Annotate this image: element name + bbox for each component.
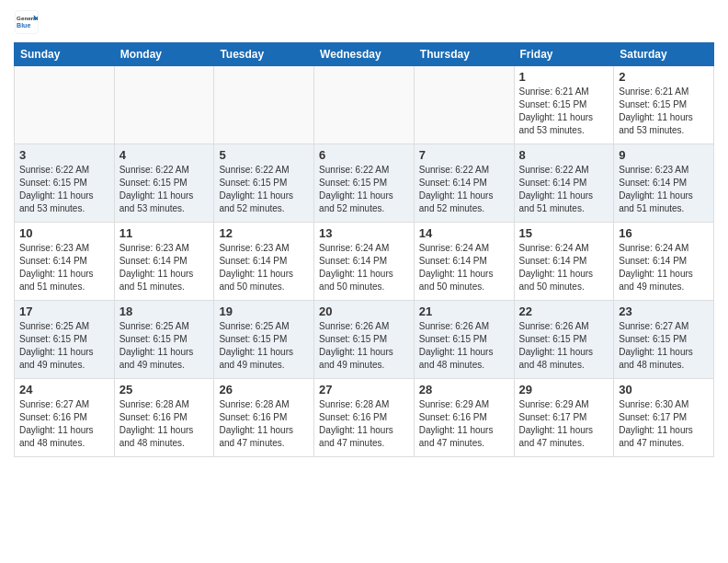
day-cell-4: 4Sunrise: 6:22 AMSunset: 6:15 PMDaylight… — [114, 144, 214, 223]
day-info-10: Sunrise: 6:23 AMSunset: 6:14 PMDaylight:… — [19, 242, 109, 293]
day-info-16: Sunrise: 6:24 AMSunset: 6:14 PMDaylight:… — [619, 242, 709, 293]
weekday-header-saturday: Saturday — [614, 43, 714, 66]
day-cell-3: 3Sunrise: 6:22 AMSunset: 6:15 PMDaylight… — [15, 144, 115, 223]
day-number-25: 25 — [119, 383, 210, 396]
day-info-25: Sunrise: 6:28 AMSunset: 6:16 PMDaylight:… — [119, 398, 210, 450]
day-info-17: Sunrise: 6:25 AMSunset: 6:15 PMDaylight:… — [19, 320, 109, 372]
header: General Blue — [14, 9, 714, 35]
day-info-13: Sunrise: 6:24 AMSunset: 6:14 PMDaylight:… — [319, 242, 409, 293]
svg-text:Blue: Blue — [17, 22, 30, 29]
day-info-27: Sunrise: 6:28 AMSunset: 6:16 PMDaylight:… — [319, 398, 409, 450]
day-number-20: 20 — [319, 304, 409, 318]
day-cell-8: 8Sunrise: 6:22 AMSunset: 6:14 PMDaylight… — [514, 144, 614, 223]
day-cell-7: 7Sunrise: 6:22 AMSunset: 6:14 PMDaylight… — [414, 144, 514, 223]
empty-cell — [414, 66, 514, 144]
day-cell-29: 29Sunrise: 6:29 AMSunset: 6:17 PMDayligh… — [514, 379, 614, 457]
day-number-15: 15 — [519, 226, 609, 240]
day-cell-17: 17Sunrise: 6:25 AMSunset: 6:15 PMDayligh… — [15, 301, 115, 379]
day-number-14: 14 — [419, 226, 509, 240]
day-number-4: 4 — [119, 148, 210, 162]
calendar-header: SundayMondayTuesdayWednesdayThursdayFrid… — [15, 43, 714, 66]
day-number-27: 27 — [319, 383, 409, 396]
day-cell-10: 10Sunrise: 6:23 AMSunset: 6:14 PMDayligh… — [15, 223, 115, 301]
calendar-table: SundayMondayTuesdayWednesdayThursdayFrid… — [14, 42, 714, 457]
day-info-30: Sunrise: 6:30 AMSunset: 6:17 PMDaylight:… — [619, 398, 709, 450]
day-number-3: 3 — [19, 148, 109, 162]
day-number-30: 30 — [619, 383, 709, 396]
weekday-header-wednesday: Wednesday — [314, 43, 415, 66]
day-cell-20: 20Sunrise: 6:26 AMSunset: 6:15 PMDayligh… — [314, 301, 415, 379]
day-cell-19: 19Sunrise: 6:25 AMSunset: 6:15 PMDayligh… — [214, 301, 314, 379]
day-number-26: 26 — [219, 383, 309, 396]
week-row-5: 24Sunrise: 6:27 AMSunset: 6:16 PMDayligh… — [15, 379, 714, 457]
day-cell-11: 11Sunrise: 6:23 AMSunset: 6:14 PMDayligh… — [114, 223, 214, 301]
day-number-16: 16 — [619, 226, 709, 240]
day-info-3: Sunrise: 6:22 AMSunset: 6:15 PMDaylight:… — [19, 164, 109, 215]
day-info-5: Sunrise: 6:22 AMSunset: 6:15 PMDaylight:… — [219, 164, 309, 215]
day-cell-16: 16Sunrise: 6:24 AMSunset: 6:14 PMDayligh… — [614, 223, 714, 301]
day-number-11: 11 — [119, 226, 210, 240]
day-number-17: 17 — [19, 304, 109, 318]
day-number-8: 8 — [519, 148, 609, 162]
day-info-19: Sunrise: 6:25 AMSunset: 6:15 PMDaylight:… — [219, 320, 309, 372]
day-info-11: Sunrise: 6:23 AMSunset: 6:14 PMDaylight:… — [119, 242, 210, 293]
day-cell-21: 21Sunrise: 6:26 AMSunset: 6:15 PMDayligh… — [414, 301, 514, 379]
day-info-1: Sunrise: 6:21 AMSunset: 6:15 PMDaylight:… — [519, 86, 609, 137]
empty-cell — [15, 66, 115, 144]
day-cell-5: 5Sunrise: 6:22 AMSunset: 6:15 PMDaylight… — [214, 144, 314, 223]
day-info-20: Sunrise: 6:26 AMSunset: 6:15 PMDaylight:… — [319, 320, 409, 372]
day-cell-30: 30Sunrise: 6:30 AMSunset: 6:17 PMDayligh… — [614, 379, 714, 457]
day-cell-6: 6Sunrise: 6:22 AMSunset: 6:15 PMDaylight… — [314, 144, 415, 223]
day-cell-13: 13Sunrise: 6:24 AMSunset: 6:14 PMDayligh… — [314, 223, 415, 301]
day-number-7: 7 — [419, 148, 509, 162]
day-cell-18: 18Sunrise: 6:25 AMSunset: 6:15 PMDayligh… — [114, 301, 214, 379]
day-number-12: 12 — [219, 226, 309, 240]
day-number-22: 22 — [519, 304, 609, 318]
weekday-header-thursday: Thursday — [414, 43, 514, 66]
day-cell-15: 15Sunrise: 6:24 AMSunset: 6:14 PMDayligh… — [514, 223, 614, 301]
day-info-22: Sunrise: 6:26 AMSunset: 6:15 PMDaylight:… — [519, 320, 609, 372]
weekday-header-row: SundayMondayTuesdayWednesdayThursdayFrid… — [15, 43, 714, 66]
day-info-23: Sunrise: 6:27 AMSunset: 6:15 PMDaylight:… — [619, 320, 709, 372]
day-number-13: 13 — [319, 226, 409, 240]
logo: General Blue — [14, 9, 43, 35]
weekday-header-tuesday: Tuesday — [214, 43, 314, 66]
week-row-4: 17Sunrise: 6:25 AMSunset: 6:15 PMDayligh… — [15, 301, 714, 379]
day-cell-27: 27Sunrise: 6:28 AMSunset: 6:16 PMDayligh… — [314, 379, 415, 457]
day-cell-28: 28Sunrise: 6:29 AMSunset: 6:16 PMDayligh… — [414, 379, 514, 457]
day-cell-1: 1Sunrise: 6:21 AMSunset: 6:15 PMDaylight… — [514, 66, 614, 144]
week-row-3: 10Sunrise: 6:23 AMSunset: 6:14 PMDayligh… — [15, 223, 714, 301]
day-number-29: 29 — [519, 383, 609, 396]
day-info-18: Sunrise: 6:25 AMSunset: 6:15 PMDaylight:… — [119, 320, 210, 372]
day-info-6: Sunrise: 6:22 AMSunset: 6:15 PMDaylight:… — [319, 164, 409, 215]
day-info-8: Sunrise: 6:22 AMSunset: 6:14 PMDaylight:… — [519, 164, 609, 215]
empty-cell — [114, 66, 214, 144]
day-number-5: 5 — [219, 148, 309, 162]
weekday-header-monday: Monday — [114, 43, 214, 66]
day-info-28: Sunrise: 6:29 AMSunset: 6:16 PMDaylight:… — [419, 398, 509, 450]
day-info-9: Sunrise: 6:23 AMSunset: 6:14 PMDaylight:… — [619, 164, 709, 215]
day-info-15: Sunrise: 6:24 AMSunset: 6:14 PMDaylight:… — [519, 242, 609, 293]
day-number-28: 28 — [419, 383, 509, 396]
day-info-14: Sunrise: 6:24 AMSunset: 6:14 PMDaylight:… — [419, 242, 509, 293]
day-number-9: 9 — [619, 148, 709, 162]
day-cell-24: 24Sunrise: 6:27 AMSunset: 6:16 PMDayligh… — [15, 379, 115, 457]
day-number-10: 10 — [19, 226, 109, 240]
day-number-24: 24 — [19, 383, 109, 396]
day-info-24: Sunrise: 6:27 AMSunset: 6:16 PMDaylight:… — [19, 398, 109, 450]
day-info-4: Sunrise: 6:22 AMSunset: 6:15 PMDaylight:… — [119, 164, 210, 215]
day-cell-23: 23Sunrise: 6:27 AMSunset: 6:15 PMDayligh… — [614, 301, 714, 379]
day-cell-25: 25Sunrise: 6:28 AMSunset: 6:16 PMDayligh… — [114, 379, 214, 457]
empty-cell — [214, 66, 314, 144]
day-number-18: 18 — [119, 304, 210, 318]
day-cell-9: 9Sunrise: 6:23 AMSunset: 6:14 PMDaylight… — [614, 144, 714, 223]
day-number-21: 21 — [419, 304, 509, 318]
day-cell-12: 12Sunrise: 6:23 AMSunset: 6:14 PMDayligh… — [214, 223, 314, 301]
week-row-1: 1Sunrise: 6:21 AMSunset: 6:15 PMDaylight… — [15, 66, 714, 144]
day-cell-2: 2Sunrise: 6:21 AMSunset: 6:15 PMDaylight… — [614, 66, 714, 144]
day-number-1: 1 — [519, 70, 609, 84]
weekday-header-friday: Friday — [514, 43, 614, 66]
logo-icon: General Blue — [14, 9, 40, 35]
day-info-12: Sunrise: 6:23 AMSunset: 6:14 PMDaylight:… — [219, 242, 309, 293]
weekday-header-sunday: Sunday — [15, 43, 115, 66]
